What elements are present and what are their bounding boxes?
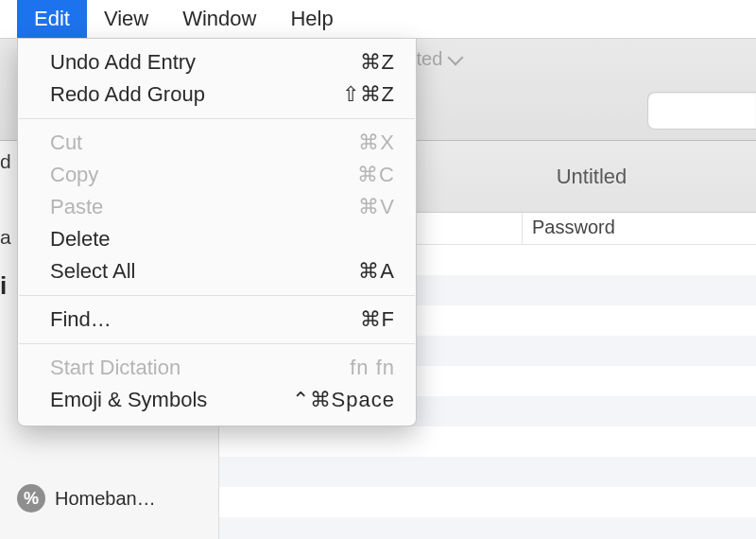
menu-item-select-all[interactable]: Select All⌘A xyxy=(18,255,416,287)
menu-item-start-dictation: Start Dictationfn fn xyxy=(18,352,416,384)
menu-window[interactable]: Window xyxy=(165,0,273,38)
column-password[interactable]: Password xyxy=(522,213,756,244)
search-input[interactable] xyxy=(647,92,756,130)
edit-menu-dropdown: Undo Add Entry⌘Z Redo Add Group⇧⌘Z Cut⌘X… xyxy=(17,39,417,426)
sidebar-item-label: Homeban… xyxy=(55,488,156,510)
menu-view[interactable]: View xyxy=(87,0,165,38)
sidebar-item-homebanking[interactable]: % Homeban… xyxy=(0,478,218,518)
menu-bar: Edit View Window Help xyxy=(0,0,756,39)
menu-item-find[interactable]: Find…⌘F xyxy=(18,304,416,336)
menu-item-redo[interactable]: Redo Add Group⇧⌘Z xyxy=(18,78,416,111)
chevron-down-icon[interactable] xyxy=(448,49,464,65)
menu-item-emoji-symbols[interactable]: Emoji & Symbols⌃⌘Space xyxy=(18,384,416,416)
menu-item-paste: Paste⌘V xyxy=(18,191,416,223)
sidebar-fragment: d xyxy=(0,150,11,173)
percent-icon: % xyxy=(17,484,45,513)
menu-help[interactable]: Help xyxy=(273,0,350,38)
menu-edit[interactable]: Edit xyxy=(17,0,87,38)
menu-item-cut: Cut⌘X xyxy=(18,127,416,159)
menu-item-undo[interactable]: Undo Add Entry⌘Z xyxy=(18,46,416,78)
sidebar-fragment: a xyxy=(0,226,11,249)
menu-item-delete[interactable]: Delete xyxy=(18,223,416,255)
sidebar-fragment: i xyxy=(0,271,7,301)
menu-item-copy: Copy⌘C xyxy=(18,159,416,191)
